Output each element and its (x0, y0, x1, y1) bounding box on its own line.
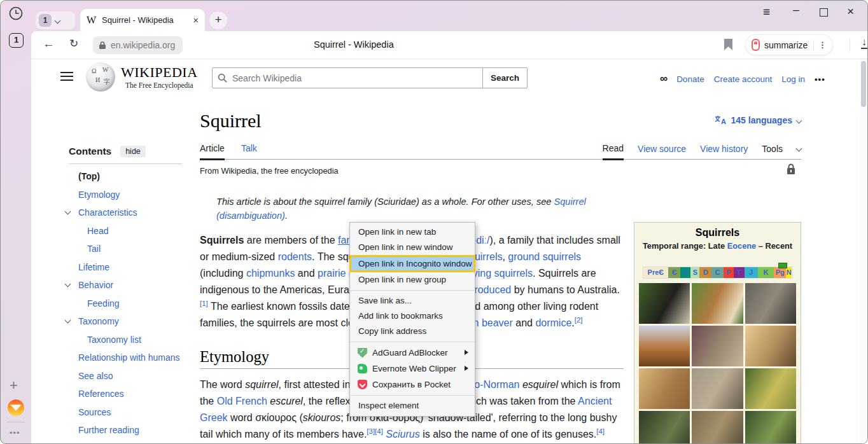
toc-item-see-also[interactable]: See also (62, 371, 195, 381)
yandex-mail-icon[interactable] (8, 399, 24, 416)
photo-marmots[interactable] (692, 368, 743, 409)
toc-item-top[interactable]: (Top) (62, 172, 195, 181)
toc-item-taxonomy-list[interactable]: Taxonomy list (62, 335, 195, 345)
photo-squirrel-row4-a[interactable] (639, 411, 690, 444)
photo-squirrel-row4-c[interactable] (745, 411, 796, 444)
page-protection-lock-icon[interactable] (786, 163, 796, 175)
menu-open-incognito-window[interactable]: Open link in Incognito window (349, 255, 475, 272)
main-menu-icon[interactable] (60, 72, 73, 81)
tab-tools[interactable]: Tools (762, 144, 783, 159)
photo-ground-squirrel[interactable] (692, 326, 743, 366)
photo-gray-squirrel[interactable] (745, 283, 796, 324)
toc-item-tail[interactable]: Tail (62, 244, 195, 254)
photo-prairie-dogs[interactable] (745, 368, 796, 409)
tab-read[interactable]: Read (603, 143, 624, 160)
ref-4[interactable]: [4] (596, 427, 605, 435)
tab-group-button[interactable]: 1 (36, 11, 75, 29)
donate-link[interactable]: Donate (676, 74, 704, 84)
active-tab[interactable]: W Squirrel - Wikipedia × (80, 9, 205, 31)
menu-save-to-pocket[interactable]: Сохранить в Pocket (350, 377, 475, 392)
wikipedia-globe-logo[interactable]: ΩWИ字 (86, 62, 115, 92)
ref-3-4[interactable]: [3][4] (367, 427, 383, 435)
more-options-icon[interactable]: ••• (815, 74, 825, 84)
ref-1[interactable]: [1] (200, 300, 208, 307)
timescale-segment[interactable]: T (734, 267, 744, 278)
reload-button[interactable]: ↻ (69, 37, 78, 50)
timescale-segment[interactable]: N (786, 267, 792, 278)
new-tab-button[interactable]: + (209, 11, 227, 29)
sidebar-tab-counter[interactable]: 1 (9, 33, 24, 48)
rodents-link[interactable]: rodents (278, 251, 312, 262)
menu-open-new-window[interactable]: Open link in new window (350, 240, 475, 255)
toc-item-characteristics[interactable]: Characteristics (62, 208, 195, 218)
scrollbar-thumb[interactable] (861, 61, 866, 107)
timescale-segment[interactable]: C (711, 267, 724, 278)
languages-button[interactable]: A 145 languages (715, 115, 802, 125)
chevron-down-icon[interactable] (65, 209, 71, 215)
menu-adguard[interactable]: AdGuard AdBlocker (350, 345, 475, 361)
tab-view-source[interactable]: View source (638, 144, 686, 159)
toc-item-etymology[interactable]: Etymology (62, 190, 195, 200)
rail-add-icon[interactable]: + (10, 377, 18, 394)
maximize-button[interactable] (820, 8, 828, 17)
chevron-down-icon[interactable] (65, 281, 71, 288)
history-clock-icon[interactable] (8, 6, 24, 21)
wikipedia-search-box[interactable] (212, 67, 483, 88)
tab-talk[interactable]: Talk (241, 143, 257, 159)
search-button[interactable]: Search (482, 67, 528, 88)
toc-item-references[interactable]: References (62, 389, 195, 399)
toc-item-sources[interactable]: Sources (62, 408, 195, 417)
timescale-segment[interactable]: PreЄ (643, 267, 669, 278)
search-input[interactable] (232, 73, 477, 83)
create-account-link[interactable]: Create account (714, 74, 773, 84)
timescale-segment[interactable]: S (690, 267, 699, 278)
flying-squirrels-link[interactable]: flying squirrels (468, 268, 533, 279)
old-french-link[interactable]: Old French (217, 396, 267, 406)
menu-copy-link-address[interactable]: Copy link address (350, 324, 475, 339)
tab-article[interactable]: Article (200, 143, 225, 160)
tab-close-icon[interactable]: × (193, 15, 199, 25)
menu-inspect-element[interactable]: Inspect element (350, 398, 475, 413)
toc-item-lifetime[interactable]: Lifetime (62, 263, 195, 272)
downloads-icon[interactable]: ↓ (861, 36, 867, 49)
bookmark-icon[interactable] (724, 39, 732, 50)
summarize-button[interactable]: ❝ summarize ⋮ (745, 34, 833, 55)
chevron-down-icon[interactable] (65, 317, 71, 324)
timescale-segment[interactable]: K (758, 267, 774, 278)
toc-item-further-reading[interactable]: Further reading (62, 426, 195, 435)
photo-standing-ground-squirrels[interactable] (639, 368, 690, 409)
menu-open-new-group[interactable]: Open link in new group (350, 272, 475, 288)
chipmunks-link[interactable]: chipmunks (246, 268, 295, 279)
login-link[interactable]: Log in (781, 74, 805, 84)
toc-item-relationship[interactable]: Relationship with humans (62, 353, 195, 363)
sciurus-link[interactable]: Sciurus (386, 429, 419, 440)
photo-uinta-ground-squirrel[interactable] (745, 326, 796, 366)
toc-item-behavior[interactable]: Behavior (62, 281, 195, 290)
menu-open-new-tab[interactable]: Open link in new tab (350, 225, 475, 240)
menu-save-link-as[interactable]: Save link as... (350, 293, 475, 309)
eocene-range-link[interactable]: Eocene (727, 241, 757, 251)
appearance-icon[interactable]: ∞ (660, 73, 667, 85)
summarize-menu-icon[interactable]: ⋮ (818, 40, 827, 50)
tab-view-history[interactable]: View history (700, 144, 748, 159)
photo-fox-squirrel[interactable] (639, 326, 690, 366)
browser-menu-icon[interactable]: ≡ (763, 5, 770, 19)
timescale-segment[interactable]: P (724, 267, 734, 278)
timescale-segment[interactable]: O (680, 267, 690, 278)
address-bar[interactable]: en.wikipedia.org (93, 36, 183, 54)
toc-hide-button[interactable]: hide (120, 146, 146, 157)
page-scrollbar[interactable] (860, 59, 867, 444)
toc-item-feeding[interactable]: Feeding (62, 299, 195, 309)
wikipedia-wordmark[interactable]: WIKIPEDIA The Free Encyclopedia (121, 64, 198, 89)
chevron-down-icon[interactable] (55, 17, 61, 24)
photo-chipmunk[interactable] (692, 283, 743, 324)
back-button[interactable]: ← (43, 37, 55, 51)
timescale-segment[interactable]: Є (668, 267, 680, 278)
rail-more-icon[interactable]: ••• (10, 428, 20, 438)
timescale-segment[interactable]: J (745, 267, 758, 278)
timescale-segment[interactable]: Pg (774, 267, 786, 278)
menu-evernote[interactable]: Evernote Web Clipper (350, 361, 475, 377)
menu-add-link-bookmarks[interactable]: Add link to bookmarks (350, 309, 475, 324)
ground-squirrels-link[interactable]: ground squirrels (508, 251, 581, 262)
dormice-link[interactable]: dormice (535, 317, 571, 328)
